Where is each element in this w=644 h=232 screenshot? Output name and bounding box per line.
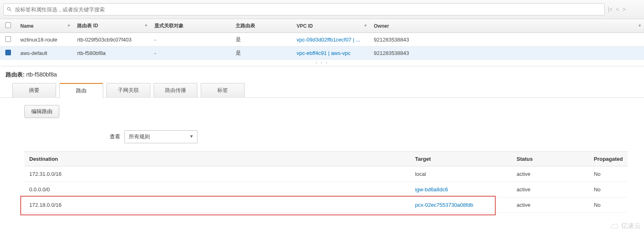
routes-table: Destination Target Status Propagated 172… [24,151,628,213]
cell-main: 是 [232,46,293,60]
col-owner[interactable]: Owner▾ [370,19,644,33]
cell-target: igw-bd6a8dc6 [410,182,512,197]
cell-owner: 921283538843 [370,46,644,60]
target-link[interactable]: igw-bd6a8dc6 [415,186,448,193]
cell-vpc-id[interactable]: vpc-ebff4c91 | aws-vpc [293,46,370,60]
cell-vpc-id[interactable]: vpc-09d3d02ffb1cecf07 | ... [293,33,370,46]
routes-tab-content: 编辑路由 查看 所有规则 Destination Target Status P… [0,98,644,225]
routes-table-wrap: Destination Target Status Propagated 172… [24,151,628,213]
table-row[interactable]: wzlinux18-routertb-029f503cb9c07f403-是vp… [0,33,644,46]
resize-handle[interactable]: • • • [0,60,644,66]
target-link[interactable]: pcx-02ec7553730a08fdb [415,202,473,208]
route-row: 172.18.0.0/16pcx-02ec7553730a08fdbactive… [24,197,628,213]
cell-rtb-id: rtb-f580bf8a [73,46,150,60]
edit-routes-button[interactable]: 编辑路由 [24,105,59,118]
cell-main: 是 [232,33,293,46]
cell-explicit: - [150,33,232,46]
cell-owner: 921283538843 [370,33,644,46]
col-main[interactable]: 主路由表 [232,19,293,33]
cell-status: active [512,166,589,182]
col-status[interactable]: Status [512,152,589,166]
cell-rtb-id: rtb-029f503cb9c07f403 [73,33,150,46]
tab-0[interactable]: 摘要 [12,83,56,97]
detail-tabs: 摘要路由子网关联路由传播标签 [0,83,644,98]
route-row: 172.31.0.0/16localactiveNo [24,166,628,182]
watermark: 亿速云 [609,222,641,225]
row-checkbox[interactable] [5,50,11,55]
cell-destination: 0.0.0.0/0 [24,182,410,197]
tab-4[interactable]: 标签 [201,83,245,97]
pager-prev-icon[interactable]: < [615,6,620,13]
view-label: 查看 [110,133,120,140]
detail-header: 路由表: rtb-f580bf8a [0,66,644,83]
pager-first-icon[interactable]: |< [607,6,614,13]
col-propagated[interactable]: Propagated [589,152,628,166]
cell-name: aws-default [16,46,73,60]
search-icon [7,7,12,12]
cell-target: local [410,166,512,182]
search-field-wrap[interactable] [3,3,605,15]
col-explicit[interactable]: 显式关联对象 [150,19,232,33]
cell-propagated: No [589,182,628,197]
cell-propagated: No [589,197,628,213]
tab-2[interactable]: 子网关联 [106,83,150,97]
col-target[interactable]: Target [410,152,512,166]
cell-destination: 172.31.0.0/16 [24,166,410,182]
pager-next-icon[interactable]: > [622,6,627,13]
view-select[interactable]: 所有规则 [124,130,197,143]
cell-status: active [512,197,589,213]
cloud-icon [609,223,620,225]
search-toolbar: |< < > [0,0,644,19]
col-destination[interactable]: Destination [24,152,410,166]
cell-destination: 172.18.0.0/16 [24,197,410,213]
col-vpc-id[interactable]: VPC ID▾ [293,19,370,33]
table-row[interactable]: aws-defaultrtb-f580bf8a-是vpc-ebff4c91 | … [0,46,644,60]
view-filter-row: 查看 所有规则 [110,130,628,143]
tab-1[interactable]: 路由 [59,83,103,98]
detail-value: rtb-f580bf8a [26,71,57,78]
select-all-checkbox[interactable] [5,22,11,28]
pager: |< < > [605,6,629,13]
cell-name: wzlinux18-route [16,33,73,46]
cell-target: pcx-02ec7553730a08fdb [410,197,512,213]
cell-status: active [512,182,589,197]
col-name[interactable]: Name▾ [16,19,73,33]
cell-explicit: - [150,46,232,60]
route-row: 0.0.0.0/0igw-bd6a8dc6activeNo [24,182,628,197]
detail-label: 路由表: [6,71,25,78]
search-input[interactable] [15,7,604,13]
cell-propagated: No [589,166,628,182]
tab-3[interactable]: 路由传播 [154,83,197,97]
col-rtb-id[interactable]: 路由表 ID▴ [73,19,150,33]
route-tables-list: Name▾ 路由表 ID▴ 显式关联对象 主路由表 VPC ID▾ Owner▾… [0,19,644,60]
row-checkbox[interactable] [5,36,11,42]
